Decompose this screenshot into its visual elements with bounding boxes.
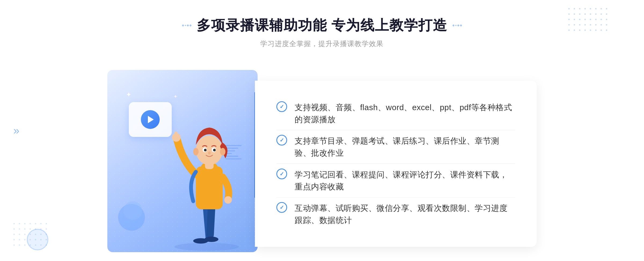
feature-text-1: 支持视频、音频、flash、word、excel、ppt、pdf等各种格式的资源… (295, 101, 515, 125)
right-features-panel: ✓ 支持视频、音频、flash、word、excel、ppt、pdf等各种格式的… (255, 81, 537, 247)
play-triangle-icon (148, 116, 154, 123)
feature-text-4: 互动弹幕、试听购买、微信分享、观看次数限制、学习进度跟踪、数据统计 (295, 202, 515, 226)
play-icon-circle (141, 110, 160, 129)
left-arrow-decoration: » (13, 125, 19, 137)
feature-item-3: ✓ 学习笔记回看、课程提问、课程评论打分、课件资料下载，重点内容收藏 (276, 164, 515, 197)
page-subtitle: 学习进度全掌握，提升录播课教学效果 (182, 39, 462, 49)
title-decoration-right (453, 25, 462, 26)
feature-item-2: ✓ 支持章节目录、弹题考试、课后练习、课后作业、章节测验、批改作业 (276, 130, 515, 163)
svg-point-17 (213, 149, 216, 151)
feature-text-2: 支持章节目录、弹题考试、课后练习、课后作业、章节测验、批改作业 (295, 135, 515, 159)
svg-point-4 (204, 237, 218, 242)
title-wrapper: 多项录播课辅助功能 专为线上教学打造 (182, 16, 462, 35)
check-icon-2: ✓ (276, 135, 287, 146)
svg-point-11 (196, 136, 223, 165)
check-mark-4: ✓ (280, 205, 284, 210)
check-icon-4: ✓ (276, 202, 287, 213)
bottom-circle-decoration (27, 229, 48, 250)
main-content: ✦ ✦ (107, 65, 537, 258)
svg-rect-8 (174, 132, 178, 139)
divider-3 (276, 197, 515, 197)
check-mark-3: ✓ (280, 171, 284, 177)
title-decoration-left (182, 25, 191, 26)
check-icon-1: ✓ (276, 101, 287, 112)
svg-point-18 (208, 151, 211, 155)
divider-1 (276, 130, 515, 130)
header-section: 多项录播课辅助功能 专为线上教学打造 学习进度全掌握，提升录播课教学效果 (182, 16, 462, 49)
person-illustration (161, 107, 252, 252)
left-illustration-panel: ✦ ✦ (107, 70, 258, 252)
sparkle-icon-2: ✦ (174, 94, 177, 99)
top-dots-decoration (568, 8, 609, 33)
check-mark-1: ✓ (280, 104, 284, 109)
svg-point-0 (174, 243, 239, 251)
svg-point-16 (204, 149, 207, 151)
feature-text-3: 学习笔记回看、课程提问、课程评论打分、课件资料下载，重点内容收藏 (295, 169, 515, 193)
divider-2 (276, 163, 515, 164)
sparkle-icon-1: ✦ (126, 91, 131, 98)
feature-item-4: ✓ 互动弹幕、试听购买、微信分享、观看次数限制、学习进度跟踪、数据统计 (276, 198, 515, 230)
check-mark-2: ✓ (280, 137, 284, 143)
feature-item-1: ✓ 支持视频、音频、flash、word、excel、ppt、pdf等各种格式的… (276, 97, 515, 130)
circle-decoration-2 (123, 201, 142, 220)
page-container: » 多项录播课辅助功能 专为线上教学打造 学习进度全掌握，提升录播课教学效果 ✦ (0, 0, 644, 261)
check-icon-3: ✓ (276, 169, 287, 179)
svg-point-13 (220, 148, 225, 155)
svg-rect-5 (196, 166, 223, 209)
svg-point-12 (193, 148, 199, 155)
svg-point-9 (224, 196, 232, 204)
page-title: 多项录播课辅助功能 专为线上教学打造 (197, 16, 447, 35)
